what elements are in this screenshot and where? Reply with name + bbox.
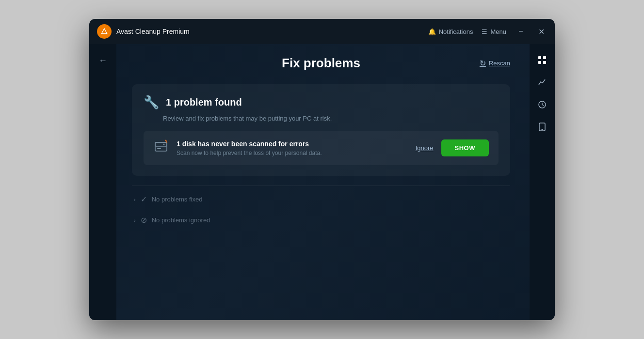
svg-rect-8 bbox=[543, 61, 546, 64]
wrench-icon: 🔧 bbox=[144, 95, 159, 110]
problems-subtitle: Review and fix problems that may be putt… bbox=[163, 115, 499, 122]
menu-icon: ☰ bbox=[482, 28, 487, 35]
check-circle-icon: ✓ bbox=[141, 195, 147, 204]
main-layout: ← Fix problems ↻ Rescan 🔧 1 problem foun… bbox=[89, 44, 555, 320]
svg-point-4 bbox=[165, 140, 167, 141]
problem-sub-text: Scan now to help prevent the loss of you… bbox=[177, 150, 408, 156]
problem-main-text: 1 disk has never been scanned for errors bbox=[177, 140, 408, 148]
right-sidebar bbox=[530, 44, 555, 320]
chevron-right-icon-2: › bbox=[134, 217, 136, 223]
close-button[interactable]: ✕ bbox=[535, 26, 547, 37]
no-problems-ignored-label: No problems ignored bbox=[152, 216, 210, 224]
content-area: Fix problems ↻ Rescan 🔧 1 problem found … bbox=[116, 44, 530, 320]
no-problems-fixed-item[interactable]: › ✓ No problems fixed bbox=[132, 189, 510, 210]
ignore-button[interactable]: Ignore bbox=[416, 144, 434, 152]
app-title: Avast Cleanup Premium bbox=[116, 28, 423, 35]
history-button[interactable] bbox=[533, 96, 551, 115]
avast-logo bbox=[97, 24, 112, 39]
problem-actions: Ignore SHOW bbox=[416, 139, 489, 156]
left-sidebar: ← bbox=[89, 44, 116, 320]
chevron-right-icon: › bbox=[134, 197, 136, 202]
page-title: Fix problems bbox=[282, 56, 360, 71]
svg-rect-7 bbox=[538, 61, 541, 64]
page-header: Fix problems ↻ Rescan bbox=[132, 44, 510, 84]
clock-icon bbox=[538, 100, 547, 111]
svg-rect-3 bbox=[157, 148, 161, 149]
svg-rect-5 bbox=[538, 56, 541, 59]
menu-button[interactable]: ☰ Menu bbox=[482, 28, 506, 35]
smartphone-icon bbox=[538, 123, 546, 133]
grid-view-button[interactable] bbox=[533, 52, 551, 70]
svg-point-11 bbox=[542, 129, 543, 130]
app-window: Avast Cleanup Premium 🔔 Notifications ☰ … bbox=[89, 19, 555, 320]
problem-text: 1 disk has never been scanned for errors… bbox=[177, 140, 408, 156]
minimize-button[interactable]: − bbox=[515, 26, 527, 37]
svg-rect-0 bbox=[155, 142, 167, 151]
svg-rect-1 bbox=[155, 142, 167, 146]
problems-header: 🔧 1 problem found bbox=[144, 95, 499, 110]
back-arrow-icon: ← bbox=[98, 56, 107, 66]
show-button[interactable]: SHOW bbox=[441, 139, 489, 156]
notifications-button[interactable]: 🔔 Notifications bbox=[428, 28, 473, 35]
title-bar-actions: 🔔 Notifications ☰ Menu − ✕ bbox=[428, 26, 547, 37]
bell-icon: 🔔 bbox=[428, 28, 436, 35]
no-problems-ignored-item[interactable]: › ⊘ No problems ignored bbox=[132, 210, 510, 231]
rescan-label: Rescan bbox=[489, 60, 510, 67]
menu-label: Menu bbox=[490, 28, 506, 35]
rescan-icon: ↻ bbox=[480, 59, 486, 68]
problems-count: 1 problem found bbox=[166, 97, 242, 108]
disk-icon bbox=[153, 139, 169, 157]
problem-item: 1 disk has never been scanned for errors… bbox=[144, 131, 499, 165]
chart-view-button[interactable] bbox=[533, 74, 551, 92]
slash-circle-icon: ⊘ bbox=[141, 216, 147, 225]
no-problems-fixed-label: No problems fixed bbox=[152, 196, 203, 203]
svg-point-2 bbox=[163, 144, 165, 145]
divider bbox=[132, 185, 510, 186]
title-bar: Avast Cleanup Premium 🔔 Notifications ☰ … bbox=[89, 19, 555, 44]
rescan-button[interactable]: ↻ Rescan bbox=[480, 59, 510, 68]
problems-section: 🔧 1 problem found Review and fix problem… bbox=[132, 84, 510, 176]
back-button[interactable]: ← bbox=[94, 52, 112, 69]
notifications-label: Notifications bbox=[439, 28, 473, 35]
grid-icon bbox=[538, 56, 547, 66]
svg-rect-6 bbox=[543, 56, 546, 59]
mobile-button[interactable] bbox=[533, 119, 551, 137]
line-chart-icon bbox=[538, 78, 547, 89]
